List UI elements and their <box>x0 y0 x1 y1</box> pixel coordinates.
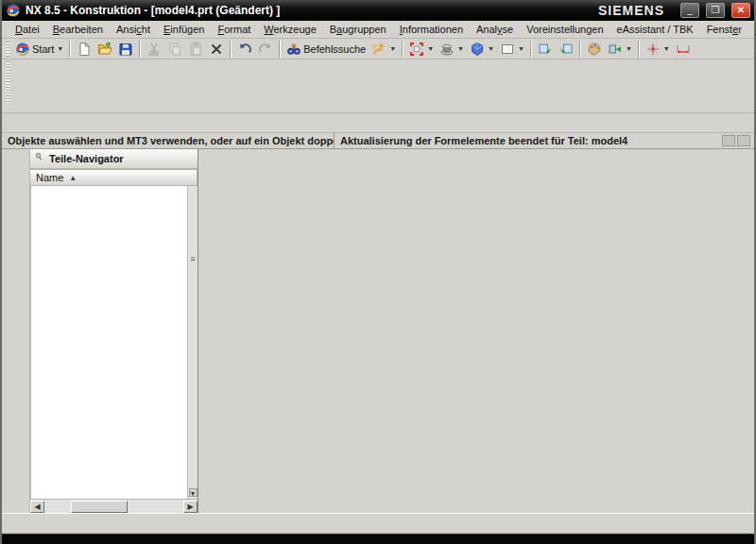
dropdown-arrow[interactable]: ▼ <box>663 45 670 52</box>
toolbar-grip[interactable] <box>7 61 9 103</box>
menu-analyse[interactable]: Analyse <box>470 22 520 37</box>
navigator-horizontal-scrollbar[interactable]: ◀ ▶ <box>30 499 198 513</box>
graphics-viewport[interactable] <box>198 149 754 513</box>
dim-h-button[interactable] <box>673 40 694 59</box>
minimize-button[interactable]: _ <box>680 3 699 18</box>
menu-fenster[interactable]: Fenster <box>700 22 748 37</box>
cut-icon <box>146 42 162 57</box>
close-button[interactable]: ✕ <box>731 3 750 18</box>
navigator-vertical-scrollbar[interactable]: ≡ ▼ <box>187 186 198 499</box>
cut-button[interactable] <box>144 40 164 59</box>
toolbar-separator <box>279 41 281 58</box>
prompt-line: Objekte auswählen und MT3 verwenden, ode… <box>2 133 335 148</box>
viewport-canvas[interactable] <box>198 149 754 513</box>
copy-button[interactable] <box>164 40 185 59</box>
dropdown-arrow[interactable]: ▼ <box>518 45 524 52</box>
fit-view-button[interactable]: ▼ <box>406 40 437 59</box>
toolbar-separator <box>579 41 581 58</box>
play-view-icon <box>608 42 623 57</box>
doc-new-button[interactable] <box>74 40 94 59</box>
menu-bar: DateiBearbeitenAnsichtEinfügenFormatWerk… <box>2 21 754 39</box>
view-cube-icon <box>470 42 485 57</box>
play-view-button[interactable]: ▼ <box>605 40 635 59</box>
shaded-rect-button[interactable]: ▼ <box>497 40 527 59</box>
doc-new-icon <box>77 42 92 57</box>
toolbar-separator <box>402 41 404 58</box>
sketch-task-button[interactable]: ▼ <box>369 40 399 59</box>
standard-toolbar: Start▼Befehlssuche▼▼▼▼▼▼▼ <box>2 39 754 60</box>
title-bar: NX 8.5 - Konstruktion - [model4.prt (Geä… <box>2 0 754 21</box>
delete-button[interactable] <box>206 40 227 59</box>
nx-window: NX 8.5 - Konstruktion - [model4.prt (Geä… <box>0 0 756 544</box>
snap-cross-button[interactable]: ▼ <box>643 40 673 59</box>
dropdown-arrow[interactable]: ▼ <box>457 45 464 52</box>
undo-icon <box>237 42 252 57</box>
part-navigator-title: Teile-Navigator <box>49 153 124 164</box>
nx-start-button[interactable]: Start▼ <box>12 40 66 59</box>
save-icon <box>118 42 133 57</box>
toolbar-separator <box>230 41 232 58</box>
render-style-button[interactable]: ▼ <box>437 40 467 59</box>
scroll-left-button[interactable]: ◀ <box>30 501 44 513</box>
main-area: Teile-Navigator Name ▲ ≡ ▼ ◀ ▶ <box>2 149 754 513</box>
binoculars-icon <box>286 42 301 57</box>
paste-button[interactable] <box>185 40 206 59</box>
menu-ansicht[interactable]: Ansicht <box>110 22 157 37</box>
toolbar-grip[interactable] <box>7 42 9 57</box>
scroll-down-button[interactable]: ▼ <box>189 488 198 497</box>
toolbar-separator <box>69 41 71 58</box>
folder-open-button[interactable] <box>94 40 115 59</box>
dim-h-icon <box>676 42 691 57</box>
menu-werkzeuge[interactable]: Werkzeuge <box>257 22 322 37</box>
siemens-logo: SIEMENS <box>598 3 664 18</box>
dropdown-arrow[interactable]: ▼ <box>427 45 434 52</box>
undo-button[interactable] <box>234 40 255 59</box>
menu-informationen[interactable]: Informationen <box>393 22 470 37</box>
window-bottom-border <box>2 534 754 544</box>
nx-start-icon <box>15 42 30 57</box>
win-import-button[interactable] <box>556 40 576 59</box>
status-message: Aktualisierung der Formelemente beendet … <box>335 133 722 148</box>
menu-eassistant-tbk[interactable]: eAssistant / TBK <box>610 22 700 37</box>
toolbar-separator <box>530 41 532 58</box>
sketch-task-icon <box>371 42 387 57</box>
paste-icon <box>188 42 203 57</box>
status-icon-2[interactable] <box>737 135 750 146</box>
pin-icon[interactable] <box>34 152 45 165</box>
horizontal-scroll-thumb[interactable] <box>71 501 128 513</box>
nx-start-label: Start <box>32 43 54 55</box>
palette-button[interactable] <box>584 40 605 59</box>
win-import-icon <box>558 42 574 57</box>
part-navigator-panel: Teile-Navigator Name ▲ ≡ ▼ ◀ ▶ <box>30 149 198 513</box>
maximize-button[interactable]: ❐ <box>706 3 725 18</box>
save-button[interactable] <box>115 40 136 59</box>
copy-icon <box>167 42 182 57</box>
menu-hilfe[interactable]: Hilfe <box>748 22 756 37</box>
scrollbar-grip-icon[interactable]: ≡ <box>190 254 195 264</box>
delete-icon <box>209 42 224 57</box>
menu-voreinstellungen[interactable]: Voreinstellungen <box>520 22 610 37</box>
menu-datei[interactable]: Datei <box>9 22 46 37</box>
redo-button[interactable] <box>255 40 276 59</box>
menu-einfügen[interactable]: Einfügen <box>157 22 211 37</box>
dropdown-arrow[interactable]: ▼ <box>626 45 632 52</box>
dropdown-arrow[interactable]: ▼ <box>389 45 396 52</box>
status-icon-1[interactable] <box>722 135 735 146</box>
status-icons <box>722 135 754 146</box>
dropdown-arrow[interactable]: ▼ <box>57 45 63 52</box>
scroll-right-button[interactable]: ▶ <box>183 501 198 513</box>
sketch-toolbar <box>2 513 754 534</box>
win-export-icon <box>538 42 553 57</box>
binoculars-label: Befehlssuche <box>303 43 366 55</box>
menu-list: DateiBearbeitenAnsichtEinfügenFormatWerk… <box>9 22 756 37</box>
dropdown-arrow[interactable]: ▼ <box>488 45 494 52</box>
menu-bearbeiten[interactable]: Bearbeiten <box>46 22 110 37</box>
win-export-button[interactable] <box>535 40 556 59</box>
name-column-header[interactable]: Name ▲ <box>30 169 198 186</box>
binoculars-button[interactable]: Befehlssuche <box>284 40 369 59</box>
menu-format[interactable]: Format <box>211 22 257 37</box>
view-cube-button[interactable]: ▼ <box>467 40 497 59</box>
folder-open-icon <box>97 42 112 57</box>
name-column-label: Name <box>36 172 63 183</box>
menu-baugruppen[interactable]: Baugruppen <box>323 22 393 37</box>
